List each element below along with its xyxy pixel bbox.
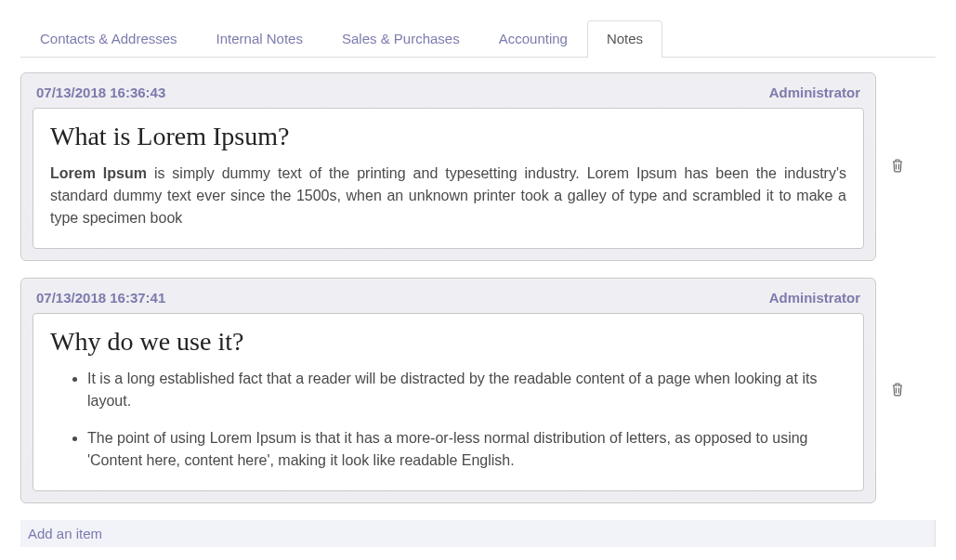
note-card: 07/13/2018 16:36:43 Administrator What i… <box>20 72 876 261</box>
tab-sales[interactable]: Sales & Purchases <box>322 20 479 58</box>
tab-notes[interactable]: Notes <box>587 20 662 58</box>
tab-contacts[interactable]: Contacts & Addresses <box>20 20 197 58</box>
note-bullet-list: It is a long established fact that a rea… <box>50 368 846 472</box>
note-body[interactable]: What is Lorem Ipsum? Lorem Ipsum is simp… <box>33 108 864 249</box>
note-row: 07/13/2018 16:37:41 Administrator Why do… <box>20 278 936 503</box>
note-bold-lead: Lorem Ipsum <box>50 165 147 181</box>
page: Contacts & Addresses Internal Notes Sale… <box>0 0 956 547</box>
note-row: 07/13/2018 16:36:43 Administrator What i… <box>20 72 936 261</box>
note-title: What is Lorem Ipsum? <box>50 122 846 151</box>
delete-note-button[interactable] <box>887 381 908 401</box>
add-item-button[interactable]: Add an item <box>20 520 936 547</box>
note-author: Administrator <box>769 85 860 100</box>
note-card: 07/13/2018 16:37:41 Administrator Why do… <box>20 278 876 503</box>
note-meta: 07/13/2018 16:37:41 Administrator <box>33 288 864 313</box>
notes-list: 07/13/2018 16:36:43 Administrator What i… <box>0 72 956 503</box>
note-timestamp: 07/13/2018 16:36:43 <box>36 85 165 100</box>
note-paragraph: Lorem Ipsum is simply dummy text of the … <box>50 163 846 229</box>
note-bullet: It is a long established fact that a rea… <box>87 368 846 412</box>
trash-icon <box>891 158 904 176</box>
note-bullet: The point of using Lorem Ipsum is that i… <box>87 427 846 472</box>
note-timestamp: 07/13/2018 16:37:41 <box>36 290 165 306</box>
tab-bar: Contacts & Addresses Internal Notes Sale… <box>20 20 936 58</box>
note-body[interactable]: Why do we use it? It is a long establish… <box>33 313 864 491</box>
note-author: Administrator <box>769 290 860 306</box>
tab-internal-notes[interactable]: Internal Notes <box>197 20 322 58</box>
delete-note-button[interactable] <box>887 157 908 177</box>
note-body-text: is simply dummy text of the printing and… <box>50 165 846 226</box>
tab-accounting[interactable]: Accounting <box>479 20 587 58</box>
note-title: Why do we use it? <box>50 327 846 357</box>
note-meta: 07/13/2018 16:36:43 Administrator <box>33 83 864 108</box>
trash-icon <box>891 382 904 400</box>
